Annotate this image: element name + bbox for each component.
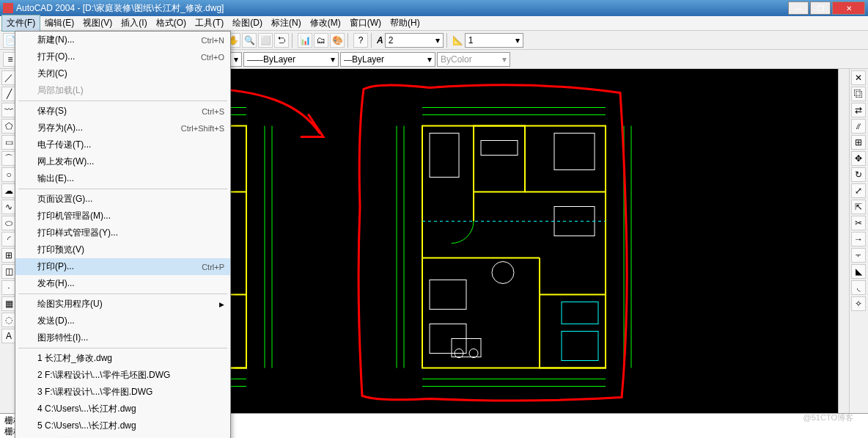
menu-draw[interactable]: 绘图(D) — [228, 15, 267, 31]
spline-icon[interactable]: ∿ — [1, 200, 16, 214]
insert-icon[interactable]: ⊞ — [1, 248, 16, 263]
menu-plot[interactable]: 打印(P)...Ctrl+P — [15, 258, 230, 275]
svg-rect-28 — [554, 134, 595, 170]
close-button[interactable]: ✕ — [832, 1, 865, 15]
menu-new[interactable]: 新建(N)...Ctrl+N — [15, 32, 230, 48]
toolpal-icon[interactable]: 🎨 — [330, 33, 345, 48]
menu-plot-preview[interactable]: 打印预览(V) — [15, 241, 230, 258]
circle-icon[interactable]: ○ — [1, 167, 16, 182]
menu-recent-4[interactable]: 4 C:\Users\...\长江村.dwg — [15, 401, 230, 417]
scale-icon[interactable]: ⤢ — [851, 183, 866, 198]
rotate-icon[interactable]: ↻ — [851, 167, 866, 182]
textstyle-icon: A — [377, 35, 383, 45]
lineweight-combo[interactable]: 2▾ — [385, 33, 444, 48]
menu-recent-3[interactable]: 3 F:\课程设计\...\零件图.DWG — [15, 384, 230, 401]
svg-rect-18 — [474, 126, 525, 192]
menu-file[interactable]: 文件(F) — [1, 15, 40, 32]
menu-open[interactable]: 打开(O)...Ctrl+O — [15, 48, 230, 65]
menu-help[interactable]: 帮助(H) — [386, 15, 424, 31]
menu-publish-web[interactable]: 网上发布(W)... — [15, 153, 230, 170]
menu-publish[interactable]: 发布(H)... — [15, 275, 230, 292]
menu-dimension[interactable]: 标注(N) — [267, 15, 306, 31]
lineweight-combo2[interactable]: — ByLayer▾ — [340, 52, 435, 67]
menu-utilities[interactable]: 绘图实用程序(U)▶ — [15, 296, 230, 313]
linetype-combo[interactable]: —— ByLayer▾ — [243, 52, 339, 67]
minimize-button[interactable]: — — [788, 1, 809, 15]
menu-save[interactable]: 保存(S)Ctrl+S — [15, 103, 230, 120]
move-icon[interactable]: ✥ — [851, 151, 866, 166]
watermark: @51CTO博客 — [803, 412, 853, 423]
menu-format[interactable]: 格式(O) — [152, 15, 191, 31]
polygon-icon[interactable]: ⬠ — [1, 119, 16, 134]
vertical-scrollbar[interactable] — [838, 69, 849, 421]
rectangle-icon[interactable]: ▭ — [1, 135, 16, 150]
block-icon[interactable]: ◫ — [1, 264, 16, 279]
menu-export[interactable]: 输出(E)... — [15, 170, 230, 187]
menu-etransmit[interactable]: 电子传递(T)... — [15, 136, 230, 153]
help-icon[interactable]: ? — [353, 33, 368, 48]
region-icon[interactable]: ◌ — [1, 313, 16, 327]
array-icon[interactable]: ⊞ — [851, 135, 866, 150]
fillet-icon[interactable]: ◟ — [851, 280, 866, 295]
menu-send[interactable]: 发送(D)... — [15, 313, 230, 329]
copy2-icon[interactable]: ⿻ — [851, 87, 866, 101]
menubar: 文件(F) 编辑(E) 视图(V) 插入(I) 格式(O) 工具(T) 绘图(D… — [0, 16, 868, 31]
line-icon[interactable]: ／ — [1, 70, 16, 85]
app-icon — [3, 3, 13, 13]
ellipsearc-icon[interactable]: ◜ — [1, 232, 16, 247]
menu-drawing-props[interactable]: 图形特性(I)... — [15, 329, 230, 346]
modify-toolbox: ✕ ⿻ ⇄ ⫽ ⊞ ✥ ↻ ⤢ ⇱ ✂ → ⫟ ◣ ◟ ✧ — [849, 69, 868, 432]
menu-partial-load: 局部加载(L) — [15, 82, 230, 99]
extend-icon[interactable]: → — [851, 232, 866, 247]
properties-icon[interactable]: 📊 — [298, 33, 312, 48]
menu-edit[interactable]: 编辑(E) — [40, 15, 78, 31]
menu-tools[interactable]: 工具(T) — [191, 15, 228, 31]
menu-plotter-mgr[interactable]: 打印机管理器(M)... — [15, 208, 230, 225]
menu-page-setup[interactable]: 页面设置(G)... — [15, 191, 230, 208]
svg-rect-33 — [562, 302, 598, 324]
file-dropdown: 新建(N)...Ctrl+N 打开(O)...Ctrl+O 关闭(C) 局部加载… — [15, 31, 231, 438]
menu-recent-1[interactable]: 1 长江村_修改.dwg — [15, 350, 230, 367]
menu-close[interactable]: 关闭(C) — [15, 65, 230, 82]
stretch-icon[interactable]: ⇱ — [851, 200, 866, 214]
arc-icon[interactable]: ⌒ — [1, 151, 16, 166]
revcloud-icon[interactable]: ☁ — [1, 183, 16, 198]
menu-recent-5[interactable]: 5 C:\Users\...\长江村.dwg — [15, 417, 230, 434]
menu-recent-2[interactable]: 2 F:\课程设计\...\零件毛坯图.DWG — [15, 367, 230, 384]
dimstyle-icon: 📐 — [452, 35, 463, 45]
zoom-prev-icon[interactable]: ⮌ — [274, 33, 289, 48]
zoom-win-icon[interactable]: ⬜ — [258, 33, 273, 48]
menu-modify[interactable]: 修改(M) — [306, 15, 345, 31]
mirror-icon[interactable]: ⇄ — [851, 103, 866, 117]
erase-icon[interactable]: ✕ — [851, 70, 866, 85]
svg-rect-34 — [562, 332, 598, 361]
svg-rect-27 — [481, 141, 518, 156]
svg-rect-23 — [430, 134, 459, 178]
menu-plotstyle-mgr[interactable]: 打印样式管理器(Y)... — [15, 225, 230, 241]
menu-view[interactable]: 视图(V) — [78, 15, 117, 31]
titlebar: AutoCAD 2004 - [D:\家庭装修\图纸\长江村_修改.dwg] —… — [0, 0, 868, 16]
svg-point-26 — [492, 262, 514, 284]
menu-saveas[interactable]: 另存为(A)...Ctrl+Shift+S — [15, 120, 230, 136]
svg-point-31 — [469, 349, 478, 358]
maximize-button[interactable]: ❐ — [810, 1, 831, 15]
menu-recent-6[interactable]: 6 D:\家庭装修\图纸\长江村.dwg — [15, 434, 230, 438]
explode-icon[interactable]: ✧ — [851, 296, 866, 311]
zoom-rt-icon[interactable]: 🔍 — [242, 33, 257, 48]
dimstyle-combo[interactable]: 1▾ — [465, 33, 523, 48]
chamfer-icon[interactable]: ◣ — [851, 264, 866, 279]
menu-window[interactable]: 窗口(W) — [345, 15, 386, 31]
plotstyle-combo[interactable]: ByColor▾ — [437, 52, 510, 67]
break-icon[interactable]: ⫟ — [851, 248, 866, 263]
text-icon[interactable]: A — [1, 329, 16, 343]
trim-icon[interactable]: ✂ — [851, 216, 866, 230]
window-title: AutoCAD 2004 - [D:\家庭装修\图纸\长江村_修改.dwg] — [16, 2, 787, 15]
dc-icon[interactable]: 🗂 — [314, 33, 328, 48]
pline-icon[interactable]: 〰 — [1, 103, 16, 117]
xline-icon[interactable]: ╱ — [1, 87, 16, 101]
hatch-icon[interactable]: ▦ — [1, 296, 16, 311]
menu-insert[interactable]: 插入(I) — [117, 15, 151, 31]
ellipse-icon[interactable]: ⬭ — [1, 216, 16, 230]
point-icon[interactable]: · — [1, 280, 16, 295]
offset-icon[interactable]: ⫽ — [851, 119, 866, 134]
